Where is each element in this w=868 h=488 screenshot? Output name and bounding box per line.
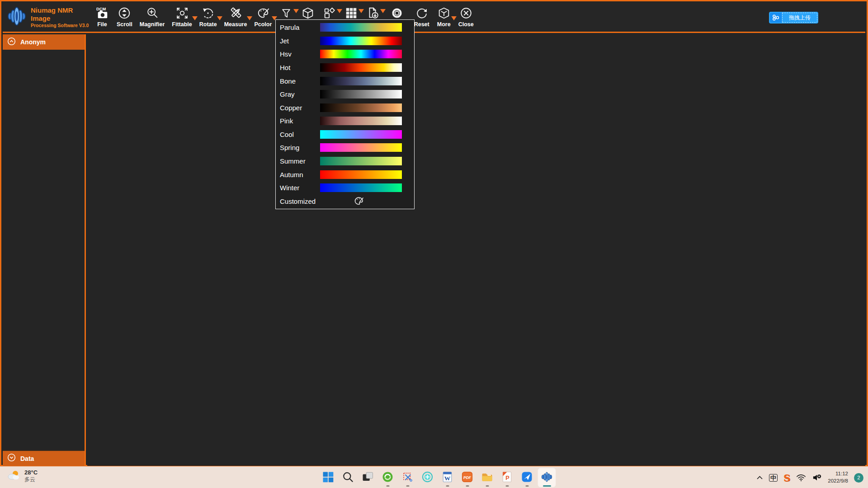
app-title: Niumag NMR Image [31,6,91,23]
sidebar-section-anonym[interactable]: Anonym [3,34,85,50]
palette-icon [354,196,364,206]
colormap-option-customized[interactable]: Customized [276,195,414,208]
word-icon: W [441,471,453,485]
weather-text: 28°C 多云 [24,469,38,483]
colormap-option-autumn[interactable]: Autumn [276,168,414,181]
toolbar-item-cube[interactable] [297,6,319,20]
windows-taskbar: 28°C 多云 WPDFP 中 S 11:12 2022/9/8 2 [0,466,868,488]
colormap-option-jet[interactable]: Jet [276,34,414,48]
running-indicator [446,485,449,487]
toolbar-label-rotate: Rotate [199,21,217,28]
rotate-arrow-icon [201,6,215,20]
scroll-updown-icon [117,6,132,20]
gear-icon [390,6,404,20]
main-toolbar: Niumag NMR Image Processing Software V3.… [3,3,865,33]
colormap-option-winter[interactable]: Winter [276,181,414,195]
colormap-option-summer[interactable]: Summer [276,155,414,168]
taskbar-app-pdf[interactable]: PDF [458,468,476,488]
notification-badge[interactable]: 2 [854,473,863,483]
colormap-name: Copper [280,104,302,112]
toolbar-item-file[interactable]: DCM File [91,6,113,28]
colormap-name: Pink [280,117,293,125]
toolbar-label-file: File [97,21,107,28]
colormap-name: Jet [280,37,289,45]
ime-chinese-icon[interactable]: 中 [769,474,778,482]
toolbar-item-filter[interactable] [275,6,297,20]
colormap-option-gray[interactable]: Gray [276,88,414,101]
app-window: Niumag NMR Image Processing Software V3.… [0,0,868,466]
cube-more-icon [437,6,451,20]
shapes-icon [322,6,337,20]
image-canvas[interactable] [87,34,865,466]
drag-upload-button[interactable]: 拖拽上传 [769,12,818,23]
toolbar-item-magnifier[interactable]: Magnifier [136,6,169,28]
sidebar-section-data[interactable]: Data [3,450,85,466]
colormap-gradient-bone [320,77,402,85]
taskbar-app-start[interactable] [319,468,337,488]
volume-muted-icon[interactable] [812,474,822,482]
colormap-gradient-winter [320,183,402,192]
taskbar-app-browser360[interactable] [378,468,397,488]
taskbar-app-folder[interactable] [478,468,496,488]
cube-3d-icon [301,6,315,20]
toolbar-item-pcolor[interactable]: Pcolor [250,6,275,28]
windows-start-icon [322,471,334,485]
colormap-option-copper[interactable]: Copper [276,101,414,114]
toolbar-item-fittable[interactable]: Fittable [168,6,195,28]
weather-widget[interactable]: 28°C 多云 [6,469,38,484]
running-indicator [386,485,389,487]
pdf-app-icon: PDF [461,471,473,485]
colormap-gradient-copper [320,103,402,112]
taskbar-app-search[interactable] [339,468,357,488]
grid-3x3-icon [344,6,359,20]
colormap-name: Parula [280,23,299,31]
colormap-option-pink[interactable]: Pink [276,114,414,128]
tray-time: 11:12 [828,470,848,478]
colormap-option-hot[interactable]: Hot [276,61,414,75]
colormap-option-spring[interactable]: Spring [276,141,414,155]
toolbar-item-export[interactable] [362,6,384,20]
toolbar-label-magnifier: Magnifier [140,21,165,28]
colormap-option-bone[interactable]: Bone [276,74,414,88]
taskbar-app-taskview[interactable] [359,468,377,488]
chevron-up-icon[interactable] [756,475,763,480]
toolbar-label-fittable: Fittable [172,21,192,28]
sidebar-anonym-label: Anonym [20,38,46,46]
colormap-name: Summer [280,157,306,165]
colormap-gradient-parula [320,23,402,32]
taskbar-app-wpsp[interactable]: P [498,468,516,488]
toolbar-item-measure[interactable]: Measure [221,6,251,28]
wifi-icon[interactable] [796,474,806,482]
colormap-name: Customized [280,197,316,205]
taskbar-app-snip[interactable] [398,468,417,488]
toolbar-item-scroll[interactable]: Scroll [113,6,136,28]
running-indicator [466,485,469,487]
toolbar-label-more: More [437,21,451,28]
taskbar-app-word[interactable]: W [438,468,457,488]
colormap-gradient-gray [320,90,402,99]
colormap-option-cool[interactable]: Cool [276,128,414,141]
toolbar-item-close[interactable]: Close [455,6,477,28]
running-indicator [486,485,489,487]
taskbar-app-icons: WPDFP [319,468,556,488]
colormap-option-hsv[interactable]: Hsv [276,47,414,61]
toolbar-item-rotate[interactable]: Rotate [196,6,221,28]
toolbar-item-grid[interactable] [340,6,362,20]
colormap-gradient-autumn [320,170,402,179]
colormap-gradient-jet [320,37,402,45]
presentation-app-icon: P [501,471,513,485]
colormap-name: Hsv [280,50,292,58]
toolbar-item-shapes[interactable] [319,6,340,20]
taskbar-app-safe[interactable] [418,468,437,488]
toolbar-item-more[interactable]: More [433,6,455,28]
running-indicator [505,485,509,487]
taskbar-app-nmr[interactable] [538,468,556,488]
app-title-block: Niumag NMR Image Processing Software V3.… [31,6,91,28]
taskbar-app-bird[interactable] [518,468,536,488]
clock-widget[interactable]: 11:12 2022/9/8 [828,470,848,484]
left-sidebar: Anonym Data [3,34,86,466]
svg-text:PDF: PDF [463,475,472,479]
dcm-camera-icon: DCM [95,6,109,20]
sogou-s-icon[interactable]: S [783,472,790,483]
colormap-option-parula[interactable]: Parula [276,21,414,34]
